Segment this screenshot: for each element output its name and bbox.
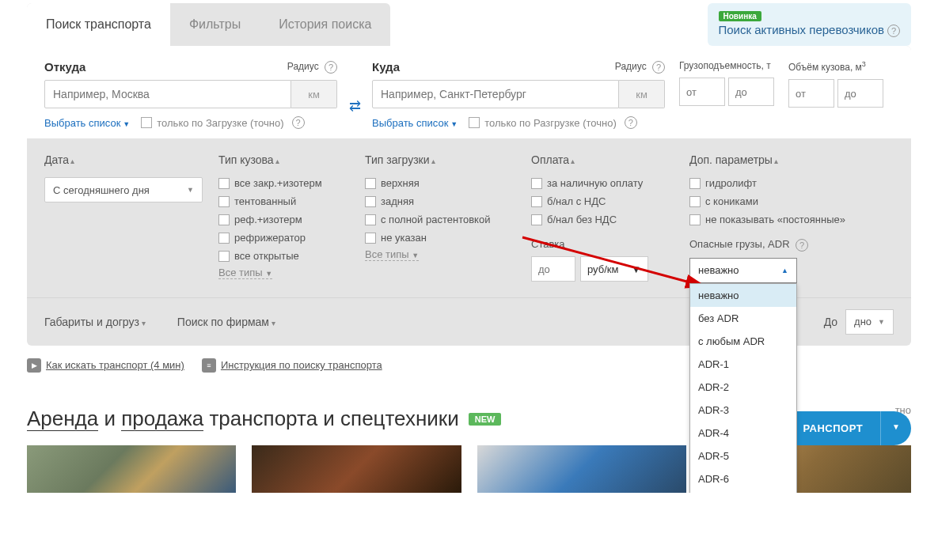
listing-thumb[interactable]	[477, 445, 686, 493]
capacity-from[interactable]	[679, 78, 725, 106]
capacity-to[interactable]	[728, 78, 774, 106]
listing-thumb[interactable]	[252, 445, 461, 493]
main-tabs: Поиск транспорта Фильтры История поиска	[27, 3, 390, 46]
body-type-checkbox[interactable]: реф.+изотерм	[218, 214, 349, 225]
extra-column: Доп. параметры▴ гидролифтс коникамине по…	[689, 153, 894, 283]
body-type-column: Тип кузова▴ все закр.+изотермтентованный…	[218, 153, 349, 283]
rate-to-input[interactable]	[531, 256, 575, 282]
to-block: Куда Радиус ? км Выбрать список▼ только …	[372, 60, 665, 129]
adr-option[interactable]: ADR-6	[690, 467, 796, 490]
adr-option[interactable]: с любым ADR	[690, 330, 796, 353]
novinka-panel[interactable]: Новинка Поиск активных перевозчиков?	[708, 3, 912, 46]
to-radius-label: Радиус	[615, 61, 647, 72]
novinka-badge: Новинка	[719, 11, 761, 21]
tab-filters[interactable]: Фильтры	[170, 3, 260, 46]
help-icon[interactable]: ?	[652, 61, 665, 74]
extra-checkbox[interactable]: с кониками	[689, 195, 894, 207]
to-input[interactable]	[372, 80, 619, 108]
tab-search[interactable]: Поиск транспорта	[27, 3, 170, 46]
adr-title: Опасные грузы, ADR	[689, 238, 790, 250]
from-title: Откуда	[44, 60, 85, 74]
to-exact-checkbox[interactable]: только по Разгрузке (точно)?	[469, 116, 637, 129]
body-type-checkbox[interactable]: рефрижератор	[218, 232, 349, 244]
payment-column: Оплата▴ за наличную оплатуб/нал с НДСб/н…	[531, 153, 674, 283]
new-badge: NEW	[469, 413, 502, 426]
body-type-checkbox[interactable]: все закр.+изотерм	[218, 177, 349, 189]
load-type-checkbox[interactable]: с полной растентовкой	[365, 214, 515, 225]
help-icon[interactable]: ?	[625, 116, 637, 129]
section-heading: Аренда и продажа транспорта и спецтехник…	[27, 407, 459, 431]
volume-label: Объём кузова, м	[788, 62, 862, 73]
load-type-checkbox[interactable]: задняя	[365, 195, 515, 207]
search-button-dropdown[interactable]: ▼	[880, 411, 911, 445]
load-type-column: Тип загрузки▴ верхняязадняяс полной раст…	[365, 153, 515, 283]
adr-menu: неважнобез ADRс любым ADRADR-1ADR-2ADR-3…	[689, 283, 797, 493]
novinka-text: Поиск активных перевозчиков	[719, 23, 885, 36]
rate-unit-select[interactable]: руб/км▼	[580, 256, 648, 282]
doc-icon: ≡	[202, 358, 216, 373]
load-type-checkbox[interactable]: не указан	[365, 232, 515, 244]
from-radius-label: Радиус	[287, 61, 319, 72]
volume-to[interactable]	[837, 79, 883, 108]
from-exact-checkbox[interactable]: только по Загрузке (точно)?	[141, 116, 304, 129]
help-icon[interactable]: ?	[292, 116, 305, 129]
body-type-title: Тип кузова	[218, 153, 274, 166]
extra-checkbox[interactable]: гидролифт	[689, 177, 894, 189]
search-button-row: РАНСПОРТ ▼	[786, 411, 912, 445]
adr-option[interactable]: ADR-5	[690, 445, 796, 467]
help-icon[interactable]: ?	[796, 239, 808, 252]
from-input[interactable]	[44, 80, 291, 108]
capacity-label: Грузоподъемность, т	[679, 60, 774, 71]
adr-option[interactable]: ADR-4	[690, 422, 796, 445]
rate-title: Ставка	[531, 238, 674, 250]
to-title: Куда	[372, 60, 400, 74]
payment-checkbox[interactable]: б/нал без НДС	[531, 214, 674, 225]
help-video[interactable]: ▶ Как искать транспорт (4 мин)	[27, 358, 184, 373]
listing-thumb[interactable]	[27, 445, 236, 493]
body-all-types[interactable]: Все типы ▼	[218, 267, 272, 279]
from-block: Откуда Радиус ? км Выбрать список▼ тольк…	[44, 60, 337, 129]
volume-block: Объём кузова, м3	[788, 60, 883, 129]
firms-toggle[interactable]: Поиск по фирмам▾	[177, 316, 275, 328]
capacity-block: Грузоподъемность, т	[679, 60, 774, 129]
swap-icon[interactable]: ⇄	[337, 60, 372, 129]
extra-title: Доп. параметры	[689, 153, 773, 166]
load-type-checkbox[interactable]: верхняя	[365, 177, 515, 189]
from-select-list[interactable]: Выбрать список▼	[44, 117, 130, 129]
payment-title: Оплата	[531, 153, 569, 166]
found-dropdown[interactable]: дно▼	[845, 309, 894, 335]
search-transport-button[interactable]: РАНСПОРТ	[786, 411, 881, 445]
extra-checkbox[interactable]: не показывать «постоянные»	[689, 214, 894, 225]
load-all-types[interactable]: Все типы ▼	[365, 248, 419, 261]
found-block: До дно▼	[824, 309, 894, 335]
adr-option[interactable]: ADR-7	[690, 490, 796, 493]
body-type-checkbox[interactable]: тентованный	[218, 195, 349, 207]
tab-history[interactable]: История поиска	[260, 3, 390, 46]
adr-option[interactable]: ADR-1	[690, 353, 796, 376]
dims-toggle[interactable]: Габариты и догруз▾	[44, 316, 146, 328]
volume-from[interactable]	[788, 79, 834, 108]
date-title: Дата	[44, 153, 69, 166]
adr-option[interactable]: ADR-3	[690, 399, 796, 422]
help-manual[interactable]: ≡ Инструкция по поиску транспорта	[202, 358, 382, 373]
found-label-partial: До	[824, 316, 837, 328]
adr-option[interactable]: ADR-2	[690, 376, 796, 399]
date-column: Дата▴ С сегодняшнего дня▼	[44, 153, 203, 283]
heading-rent[interactable]: Аренда	[27, 407, 98, 431]
payment-checkbox[interactable]: за наличную оплату	[531, 177, 674, 189]
to-km[interactable]: км	[619, 80, 665, 108]
help-icon[interactable]: ?	[325, 61, 337, 74]
date-dropdown[interactable]: С сегодняшнего дня▼	[44, 177, 203, 202]
adr-dropdown[interactable]: неважно▲	[689, 258, 797, 283]
body-type-checkbox[interactable]: все открытые	[218, 250, 349, 262]
heading-sale[interactable]: продажа	[121, 407, 203, 431]
adr-option[interactable]: без ADR	[690, 307, 796, 330]
play-icon: ▶	[27, 358, 41, 373]
payment-checkbox[interactable]: б/нал с НДС	[531, 195, 674, 207]
load-type-title: Тип загрузки	[365, 153, 430, 166]
help-icon[interactable]: ?	[887, 25, 900, 37]
from-km[interactable]: км	[291, 80, 337, 108]
adr-option[interactable]: неважно	[690, 284, 796, 307]
to-select-list[interactable]: Выбрать список▼	[372, 117, 458, 129]
